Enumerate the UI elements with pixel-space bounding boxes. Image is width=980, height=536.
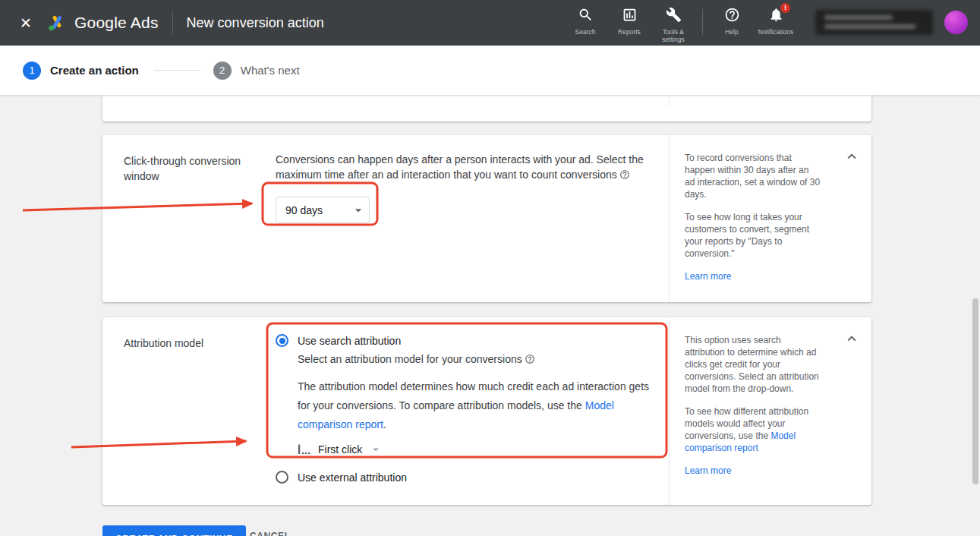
section-label: Attribution model	[102, 317, 276, 505]
chevron-up-icon	[843, 330, 860, 347]
title-divider	[172, 12, 173, 33]
page-title: New conversion action	[187, 15, 324, 31]
brand-name: Google Ads	[74, 14, 159, 32]
collapse-section-button[interactable]	[843, 329, 861, 348]
reports-button[interactable]: Reports	[607, 7, 651, 36]
create-and-continue-button[interactable]: CREATE AND CONTINUE	[102, 525, 246, 536]
attribution-main: Use search attribution Select an attribu…	[276, 317, 669, 505]
attribution-model-icon	[298, 443, 311, 456]
use-search-attribution-option[interactable]: Use search attribution	[276, 334, 651, 347]
attribution-description: The attribution model determines how muc…	[298, 377, 651, 434]
help-paragraph: To see how different attribution models …	[685, 405, 821, 454]
search-icon	[578, 7, 594, 26]
notifications-label: Notifications	[758, 28, 793, 36]
collapse-section-button[interactable]	[843, 147, 861, 166]
google-ads-new-conversion-action-screen: ✕ Google Ads New conversion action Searc…	[0, 0, 980, 536]
attribution-help-panel: This option uses search attribution to d…	[669, 317, 871, 505]
top-nav: Search Reports Tools & settings Help	[563, 7, 798, 43]
click-window-main: Conversions can happen days after a pers…	[276, 135, 669, 302]
brand: Google Ads	[47, 14, 159, 32]
reports-icon	[622, 7, 638, 26]
chevron-down-icon	[351, 203, 366, 218]
redacted-account-info[interactable]	[815, 10, 933, 35]
stepper: 1 Create an action 2 What's next	[0, 46, 980, 96]
radio-selected-icon[interactable]	[276, 334, 288, 347]
section-label: Click-through conversion window	[102, 135, 276, 302]
search-label: Search	[575, 28, 596, 36]
radio-unselected-icon[interactable]	[276, 471, 288, 484]
attribution-sub-line: Select an attribution model for your con…	[298, 353, 651, 367]
wrench-icon	[666, 7, 682, 26]
attribution-model-dropdown[interactable]: First click	[298, 443, 383, 456]
search-button[interactable]: Search	[563, 7, 607, 36]
learn-more-link[interactable]: Learn more	[685, 271, 731, 282]
close-icon[interactable]: ✕	[15, 14, 36, 32]
chevron-up-icon	[843, 148, 860, 165]
tools-settings-label: Tools & settings	[654, 28, 693, 43]
help-paragraph: To see how long it takes your customers …	[685, 211, 821, 260]
top-app-bar: ✕ Google Ads New conversion action Searc…	[0, 0, 980, 46]
click-window-help-panel: To record conversions that happen within…	[669, 135, 871, 302]
radio-label[interactable]: Use external attribution	[298, 471, 407, 484]
learn-more-link[interactable]: Learn more	[685, 465, 731, 476]
scrollbar-thumb[interactable]	[972, 298, 978, 484]
tools-settings-button[interactable]: Tools & settings	[651, 7, 695, 43]
help-paragraph: To record conversions that happen within…	[685, 152, 821, 200]
chevron-down-icon	[369, 443, 383, 456]
card-column-divider	[669, 96, 670, 106]
step-2-label: What's next	[241, 64, 300, 77]
step-1-label: Create an action	[50, 64, 139, 77]
google-ads-logo-icon	[47, 14, 67, 32]
previous-section-card-partial	[102, 96, 871, 121]
conversion-window-dropdown[interactable]: 90 days	[276, 197, 370, 223]
help-tooltip-icon[interactable]	[525, 354, 535, 367]
attribution-model-value: First click	[318, 443, 362, 456]
radio-label[interactable]: Use search attribution	[298, 335, 401, 347]
notifications-button[interactable]: ! Notifications	[754, 7, 798, 36]
click-through-conversion-window-card: Click-through conversion window Conversi…	[102, 135, 871, 302]
nav-divider	[702, 9, 703, 35]
help-circle-icon	[724, 7, 740, 26]
attribution-model-card: Attribution model Use search attribution…	[102, 317, 871, 505]
step-connector	[154, 70, 201, 71]
cancel-button[interactable]: CANCEL	[250, 531, 291, 536]
use-external-attribution-option[interactable]: Use external attribution	[276, 471, 651, 484]
reports-label: Reports	[618, 28, 641, 36]
step-1-circle: 1	[23, 61, 41, 80]
help-label: Help	[725, 28, 738, 36]
step-2-circle: 2	[213, 61, 232, 80]
account-avatar[interactable]	[944, 11, 968, 34]
help-paragraph: This option uses search attribution to d…	[685, 334, 821, 395]
click-window-description: Conversions can happen days after a pers…	[276, 152, 651, 184]
help-tooltip-icon[interactable]	[619, 169, 630, 184]
conversion-window-value: 90 days	[285, 204, 323, 216]
help-button[interactable]: Help	[710, 7, 754, 36]
notification-badge: !	[780, 3, 790, 13]
